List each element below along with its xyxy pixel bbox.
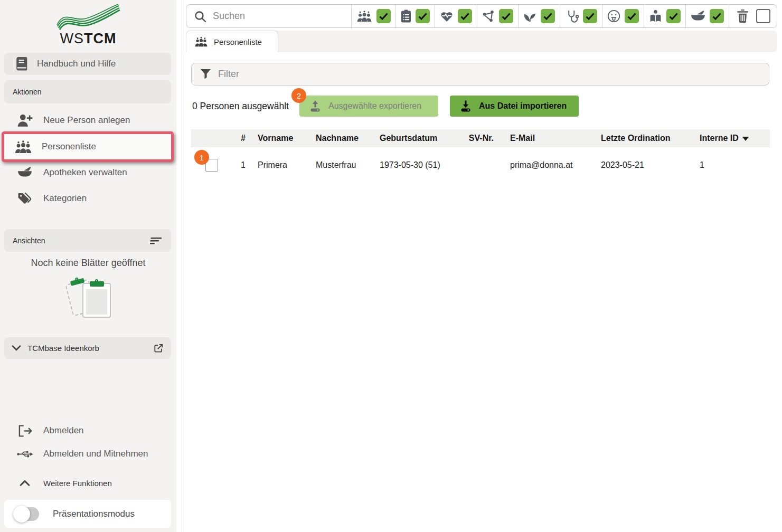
aktionen-header-label: Aktionen [13,88,41,96]
header-num[interactable]: # [235,134,251,143]
filter-group-zunge [602,5,644,27]
people-icon [356,10,372,22]
book-icon [16,57,27,71]
import-button-label: Aus Datei importieren [479,101,567,111]
external-link-icon[interactable] [153,343,164,354]
cell-nachname: Musterfrau [309,160,372,170]
export-selected-button[interactable]: Ausgewählte exportieren [299,96,438,117]
stethoscope-icon [565,10,579,23]
header-letzte-ordination[interactable]: Letzte Ordination [594,134,692,143]
sidebar-item-personenliste[interactable]: Personenliste [4,134,171,159]
search-input-wrap [186,5,351,27]
search-input[interactable] [213,11,351,22]
persons-filter-checkbox[interactable] [376,9,391,23]
diagnose-filter-checkbox[interactable] [583,9,597,23]
ideenkorb-label: TCMbase Ideenkorb [27,344,147,353]
share-nodes-icon [482,10,495,23]
sidebar-item-apotheken[interactable]: Apotheken verwalten [4,162,171,183]
sidebar-item-label: Apotheken verwalten [43,167,127,178]
cell-num: 1 [235,160,251,170]
weitere-funktionen-label: Weitere Funktionen [43,479,112,488]
cell-email: prima@donna.at [499,160,594,170]
literatur-filter-checkbox[interactable] [666,9,681,23]
sidebar-item-label: Neue Person anlegen [43,115,130,126]
ansichten-header: Ansichten [4,229,171,252]
filter-group-trash [729,5,777,27]
sidebar-item-neue-person[interactable]: Neue Person anlegen [4,110,171,131]
aktionen-header: Aktionen [4,80,171,103]
weitere-funktionen-button[interactable]: Weitere Funktionen [4,472,171,493]
sidebar-item-kategorien[interactable]: Kategorien [4,188,171,209]
header-interne-id[interactable]: Interne ID [692,134,770,143]
abmelden-mitnehmen-label: Abmelden und Mitnehmen [43,449,148,459]
cell-geburtsdatum: 1973-05-30 (51) [372,160,459,170]
reader-icon [649,10,662,23]
upload-icon [309,100,322,112]
handbuch-hilfe-label: Handbuch und Hilfe [37,59,116,69]
filter-group-persons [351,5,395,27]
persons-table: # Vorname Nachname Geburtsdatum SV-Nr. E… [191,129,770,183]
filter-input[interactable] [218,69,769,80]
filter-group-share [477,5,518,27]
top-search-bar [186,4,777,28]
table-header-row: # Vorname Nachname Geburtsdatum SV-Nr. E… [191,129,770,147]
sidebar: WSTCM Handbuch und Hilfe Aktionen [0,0,176,532]
header-sv-nr[interactable]: SV-Nr. [459,134,499,143]
mortar-pestle-icon [15,166,35,179]
rezeptur-filter-checkbox[interactable] [710,9,724,23]
trash-filter-checkbox[interactable] [756,9,770,23]
import-from-file-button[interactable]: Aus Datei importieren [450,96,579,117]
selected-count-text: 0 Personen ausgewählt [192,101,289,112]
herbs-filter-checkbox[interactable] [541,9,555,23]
filter-input-wrap [191,63,769,86]
vitals-filter-checkbox[interactable] [458,9,472,23]
download-icon [459,100,472,112]
filter-group-literatur [644,5,685,27]
heart-pulse-icon [440,10,454,22]
tab-bar: Personenliste [186,31,777,52]
abmelden-button[interactable]: Abmelden [4,420,171,441]
filter-group-herbs [518,5,560,27]
search-icon [194,10,206,23]
main-area: Personenliste 0 Personen ausgewählt Ausg… [182,0,782,532]
tab-label: Personenliste [214,37,262,46]
chevron-down-icon[interactable] [12,345,21,351]
praesentationsmodus-row: Präsentationsmodus [4,500,171,528]
anamnese-filter-checkbox[interactable] [416,9,430,23]
filter-group-vitals [435,5,477,27]
header-vorname[interactable]: Vorname [251,134,309,143]
empty-views-text: Noch keine Blätter geöffnet [0,258,176,269]
header-nachname[interactable]: Nachname [309,134,372,143]
share-filter-checkbox[interactable] [499,9,513,23]
cell-vorname: Primera [251,160,309,170]
personenliste-highlight-annotation: Personenliste [2,131,174,162]
ideenkorb-bar[interactable]: TCMbase Ideenkorb [4,337,171,359]
annotation-badge-2: 2 [291,88,306,103]
praesentationsmodus-toggle[interactable] [15,507,39,521]
views-lines-icon[interactable] [150,236,163,245]
tab-personenliste[interactable]: Personenliste [186,31,278,52]
person-plus-icon [15,114,35,127]
filter-group-anamnese [395,5,435,27]
header-geburtsdatum[interactable]: Geburtsdatum [372,134,459,143]
sprout-icon [523,10,536,22]
cell-letzte-ordination: 2023-05-21 [594,160,692,170]
logo-wave-icon [54,4,122,31]
filter-group-rezeptur [685,5,729,27]
abmelden-label: Abmelden [43,425,84,436]
table-row[interactable]: 1 Primera Musterfrau 1973-05-30 (51) pri… [191,147,770,183]
export-button-label: Ausgewählte exportieren [328,101,421,111]
annotation-badge-1: 1 [194,150,209,165]
tags-icon [15,192,35,205]
sidebar-item-label: Personenliste [42,141,96,152]
sort-desc-icon [742,137,749,141]
logout-icon [15,425,35,437]
header-email[interactable]: E-Mail [499,134,594,143]
usb-icon [15,450,35,459]
abmelden-mitnehmen-button[interactable]: Abmelden und Mitnehmen [4,443,171,464]
empty-clipboards-illustration [69,278,111,319]
clipboard-front-icon [82,283,111,318]
zunge-filter-checkbox[interactable] [625,9,639,23]
logo-text: WSTCM [0,31,176,47]
handbuch-hilfe-button[interactable]: Handbuch und Hilfe [4,53,171,75]
